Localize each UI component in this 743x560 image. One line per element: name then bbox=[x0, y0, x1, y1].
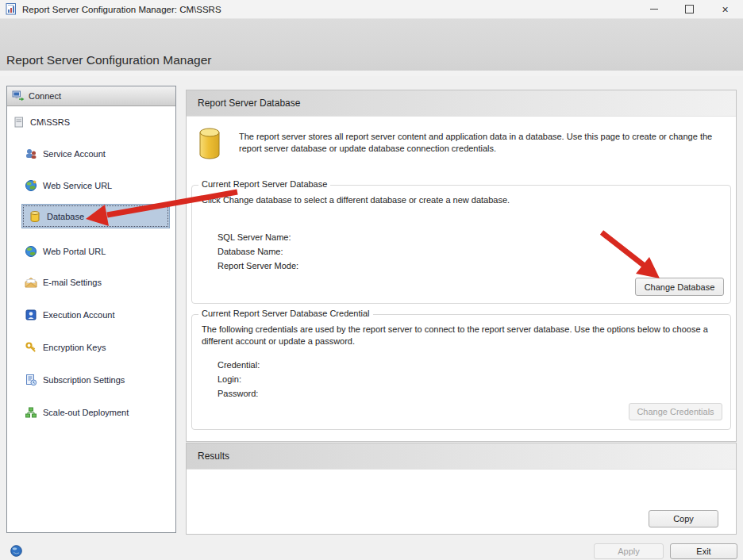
window-title: Report Server Configuration Manager: CM\… bbox=[22, 5, 221, 14]
database-icon bbox=[29, 210, 41, 223]
sidebar-item-web-portal-url[interactable]: Web Portal URL bbox=[25, 243, 106, 260]
maximize-icon bbox=[685, 5, 694, 13]
server-name-label: CM\SSRS bbox=[30, 117, 70, 127]
service-account-icon bbox=[25, 148, 37, 160]
page-title: Report Server Configuration Manager bbox=[6, 53, 211, 67]
current-database-group: Current Report Server Database Click Cha… bbox=[191, 185, 731, 304]
results-panel: Results Copy bbox=[186, 443, 737, 535]
exit-button[interactable]: Exit bbox=[670, 543, 737, 559]
sidebar-item-label: Encryption Keys bbox=[43, 343, 106, 352]
current-database-group-legend: Current Report Server Database bbox=[198, 179, 330, 189]
database-name-label: Database Name: bbox=[218, 244, 298, 259]
apply-button[interactable]: Apply bbox=[594, 543, 664, 559]
server-icon bbox=[13, 117, 25, 128]
titlebar: Report Server Configuration Manager: CM\… bbox=[0, 0, 743, 19]
connect-header[interactable]: Connect bbox=[7, 86, 175, 106]
email-settings-icon bbox=[25, 277, 37, 288]
current-credential-description: The following credentials are used by th… bbox=[202, 324, 718, 347]
web-service-url-icon bbox=[25, 179, 37, 192]
sidebar-item-label: Database bbox=[47, 212, 84, 221]
connect-icon bbox=[12, 90, 25, 102]
change-credentials-button[interactable]: Change Credentials bbox=[629, 403, 722, 420]
sidebar-item-label: Subscription Settings bbox=[43, 375, 125, 385]
database-large-icon bbox=[198, 127, 221, 162]
scale-out-deployment-icon bbox=[25, 406, 37, 419]
current-credential-group-legend: Current Report Server Database Credentia… bbox=[198, 309, 373, 318]
minimize-icon bbox=[650, 9, 658, 10]
app-icon bbox=[6, 3, 17, 15]
close-icon: × bbox=[722, 4, 728, 15]
sidebar-item-web-service-url[interactable]: Web Service URL bbox=[25, 177, 112, 194]
sidebar-item-email-settings[interactable]: E-mail Settings bbox=[25, 274, 102, 291]
maximize-button[interactable] bbox=[672, 0, 707, 18]
sidebar-item-label: Web Service URL bbox=[43, 181, 112, 190]
credential-label: Credential: bbox=[218, 358, 260, 372]
sidebar-item-database[interactable]: Database bbox=[21, 204, 170, 228]
report-server-database-panel: Report Server Database The report server… bbox=[186, 90, 737, 442]
current-credential-group: Current Report Server Database Credentia… bbox=[191, 314, 731, 430]
banner: Report Server Configuration Manager bbox=[0, 19, 743, 76]
connect-label: Connect bbox=[29, 91, 61, 101]
execution-account-icon bbox=[25, 309, 37, 321]
results-title: Results bbox=[198, 451, 229, 462]
help-button[interactable] bbox=[10, 545, 22, 557]
sidebar-item-subscription-settings[interactable]: Subscription Settings bbox=[25, 371, 125, 389]
results-header: Results bbox=[187, 443, 736, 470]
sidebar-item-label: Web Portal URL bbox=[43, 247, 106, 256]
web-portal-url-icon bbox=[25, 245, 37, 258]
change-database-button[interactable]: Change Database bbox=[635, 278, 724, 296]
report-server-mode-label: Report Server Mode: bbox=[218, 259, 298, 273]
login-label: Login: bbox=[218, 372, 260, 386]
sidebar-item-scale-out-deployment[interactable]: Scale-out Deployment bbox=[25, 404, 129, 421]
sidebar: Connect CM\SSRS Service Account bbox=[6, 86, 176, 533]
current-database-description: Click Change database to select a differ… bbox=[202, 194, 718, 206]
panel-title: Report Server Database bbox=[198, 98, 300, 109]
password-label: Password: bbox=[218, 386, 260, 401]
sidebar-item-label: Scale-out Deployment bbox=[43, 408, 129, 417]
sidebar-item-label: Execution Account bbox=[43, 310, 115, 320]
sidebar-item-encryption-keys[interactable]: Encryption Keys bbox=[25, 339, 106, 356]
subscription-settings-icon bbox=[25, 374, 37, 386]
close-button[interactable]: × bbox=[707, 0, 743, 18]
sidebar-item-label: E-mail Settings bbox=[43, 278, 102, 287]
panel-intro-text: The report server stores all report serv… bbox=[239, 131, 715, 155]
encryption-keys-icon bbox=[25, 341, 37, 354]
sidebar-item-execution-account[interactable]: Execution Account bbox=[25, 306, 115, 324]
copy-button[interactable]: Copy bbox=[649, 510, 718, 527]
sidebar-item-server[interactable]: CM\SSRS bbox=[13, 117, 70, 128]
panel-header: Report Server Database bbox=[187, 90, 736, 117]
minimize-button[interactable] bbox=[636, 0, 672, 18]
sidebar-item-label: Service Account bbox=[43, 149, 106, 159]
help-icon bbox=[10, 545, 22, 557]
sidebar-item-service-account[interactable]: Service Account bbox=[25, 145, 106, 163]
sql-server-name-label: SQL Server Name: bbox=[218, 230, 298, 244]
